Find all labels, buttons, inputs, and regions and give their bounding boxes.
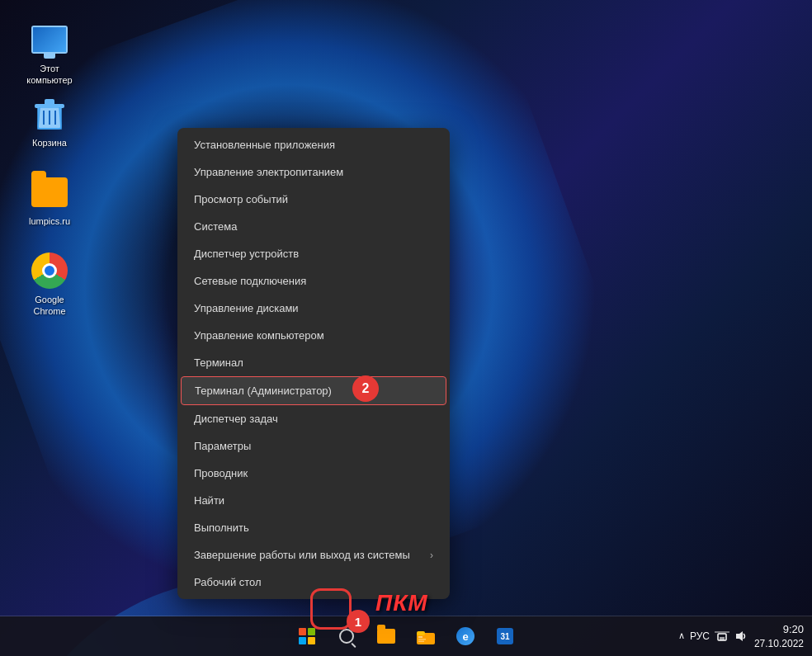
network-icon[interactable] — [715, 630, 729, 642]
file-manager-button[interactable] — [368, 618, 404, 654]
file-explorer-button[interactable] — [408, 618, 444, 654]
menu-item-run[interactable]: Выполнить — [177, 514, 450, 541]
monitor-icon — [30, 20, 69, 59]
desktop-icon-label: Корзина — [32, 137, 67, 149]
menu-item-network-connections[interactable]: Сетевые подключения — [177, 267, 450, 295]
menu-item-shutdown[interactable]: Завершение работы или выход из системы › — [177, 541, 450, 569]
date-display: 27.10.2022 — [754, 637, 804, 651]
volume-icon[interactable] — [734, 630, 748, 643]
menu-item-power-management[interactable]: Управление электропитанием — [177, 158, 450, 186]
desktop-icon-google-chrome[interactable]: Google Chrome — [17, 248, 83, 321]
svg-rect-7 — [417, 631, 425, 635]
pkm-label: ПКМ — [375, 590, 428, 616]
menu-item-explorer[interactable]: Проводник — [177, 460, 450, 487]
svg-rect-9 — [418, 639, 426, 640]
clock[interactable]: 9:20 27.10.2022 — [754, 622, 804, 651]
svg-marker-14 — [736, 631, 743, 641]
tray-expand[interactable]: ∧ — [678, 630, 685, 641]
start-button-highlight — [310, 588, 352, 630]
menu-item-computer-management[interactable]: Управление компьютером — [177, 322, 450, 349]
chrome-icon — [30, 251, 69, 290]
tray-icons: ∧ РУС — [678, 630, 748, 643]
windows-logo-icon — [299, 628, 315, 644]
context-menu: Установленные приложения Управление элек… — [177, 128, 450, 599]
step-badge-2: 2 — [352, 375, 379, 402]
calendar-button[interactable]: 31 — [487, 618, 523, 654]
edge-button[interactable]: e — [447, 618, 484, 654]
time-display: 9:20 — [754, 622, 804, 637]
desktop-icon-label: lumpics.ru — [29, 215, 70, 227]
menu-item-terminal[interactable]: Терминал — [177, 349, 450, 376]
folder-icon — [30, 172, 69, 212]
calendar-icon: 31 — [497, 628, 513, 644]
file-manager-icon — [377, 629, 395, 644]
menu-item-find[interactable]: Найти — [177, 487, 450, 514]
desktop-icon-lumpics[interactable]: lumpics.ru — [17, 169, 83, 230]
desktop-icon-label: Этоткомпьютер — [26, 63, 72, 87]
edge-icon: e — [456, 627, 474, 645]
menu-item-event-viewer[interactable]: Просмотр событий — [177, 186, 450, 213]
recycle-bin-icon — [30, 94, 69, 134]
menu-item-terminal-admin[interactable]: Терминал (Администратор) — [181, 376, 446, 405]
win-logo-yellow — [308, 637, 315, 644]
win-logo-green — [308, 628, 315, 635]
svg-rect-10 — [418, 641, 424, 643]
win-logo-red — [299, 628, 306, 635]
desktop-icon-recycle-bin[interactable]: Корзина — [17, 91, 83, 152]
submenu-arrow-icon: › — [430, 550, 433, 561]
desktop: Этоткомпьютер Корзина lumpics.ru — [0, 0, 812, 656]
svg-rect-12 — [720, 637, 725, 640]
menu-item-task-manager[interactable]: Диспетчер задач — [177, 405, 450, 432]
taskbar: e 31 ∧ РУС — [0, 616, 812, 656]
desktop-icon-this-computer[interactable]: Этоткомпьютер — [17, 17, 83, 90]
menu-item-installed-apps[interactable]: Установленные приложения — [177, 131, 450, 158]
desktop-icon-label: Google Chrome — [20, 294, 79, 318]
menu-item-device-manager[interactable]: Диспетчер устройств — [177, 240, 450, 267]
menu-item-system[interactable]: Система — [177, 213, 450, 240]
step-badge-1: 1 — [347, 610, 370, 633]
svg-rect-2 — [45, 99, 54, 106]
file-explorer-icon — [417, 628, 435, 644]
taskbar-tray: ∧ РУС 9:20 27.10.2022 — [678, 622, 804, 651]
svg-rect-8 — [418, 636, 423, 638]
menu-item-settings[interactable]: Параметры — [177, 432, 450, 460]
win-logo-blue — [299, 637, 306, 644]
menu-item-disk-management[interactable]: Управление дисками — [177, 295, 450, 322]
language-indicator[interactable]: РУС — [690, 630, 710, 642]
